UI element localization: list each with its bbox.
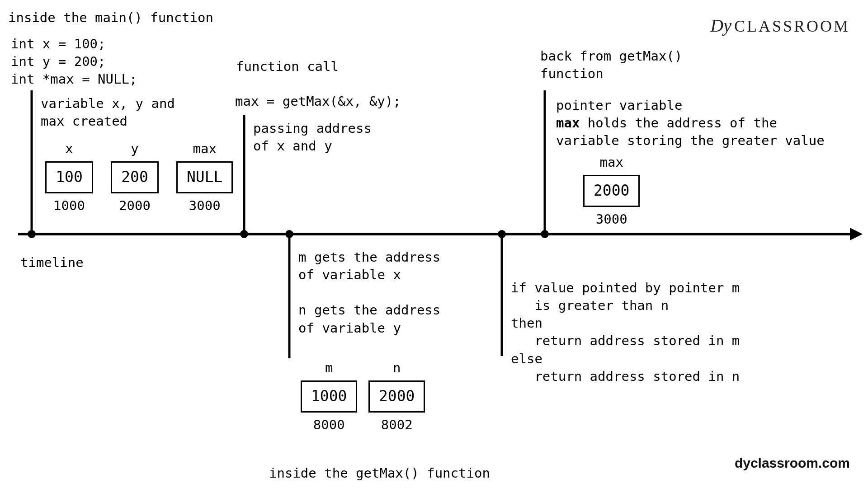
step3-desc-l2: max holds the address of the xyxy=(556,114,863,132)
branch-line-step2 xyxy=(243,115,245,234)
var-box-max-after: max 2000 3000 xyxy=(583,154,640,228)
var-addr: 3000 xyxy=(583,211,640,228)
brand-logo: DyCLASSROOM xyxy=(710,14,850,38)
var-name: n xyxy=(368,359,425,377)
heading-main: inside the main() function xyxy=(8,9,213,27)
logo-glyph: Dy xyxy=(710,15,731,36)
timeline-axis xyxy=(18,233,854,235)
footer-url: dyclassroom.com xyxy=(735,454,850,473)
code-line-2: int y = 200; xyxy=(11,53,106,70)
code-line-1: int x = 100; xyxy=(11,35,106,53)
var-addr: 8002 xyxy=(368,416,425,434)
arrowhead-icon xyxy=(850,228,863,240)
var-value: 1000 xyxy=(301,380,357,413)
heading-getmax: inside the getMax() function xyxy=(269,465,490,482)
step3-desc: pointer variable max holds the address o… xyxy=(556,97,863,150)
step3-desc-post1: holds the address of the xyxy=(580,115,777,131)
var-name: max xyxy=(176,140,233,158)
step2-call: max = getMax(&x, &y); xyxy=(235,93,401,110)
code-line-3: int *max = NULL; xyxy=(11,70,137,88)
var-value: 2000 xyxy=(583,175,640,207)
timeline-dot xyxy=(541,230,549,238)
var-name: x xyxy=(45,140,93,158)
var-name: m xyxy=(301,359,357,377)
var-addr: 3000 xyxy=(176,197,233,215)
branch-mn-desc: m gets the address of variable x n gets … xyxy=(298,249,440,337)
step3-desc-l3: variable storing the greater value xyxy=(556,132,863,150)
branch-line-step1 xyxy=(31,90,33,234)
step1-title: variable x, y and max created xyxy=(41,95,175,130)
timeline-dot xyxy=(28,230,36,238)
timeline-dot xyxy=(240,230,248,238)
branch-line-step3 xyxy=(544,90,546,234)
var-box-max: max NULL 3000 xyxy=(176,140,233,215)
var-name: y xyxy=(111,140,159,158)
var-value: 2000 xyxy=(368,380,425,413)
timeline-dot xyxy=(498,230,506,238)
var-box-y: y 200 2000 xyxy=(111,140,159,215)
var-addr: 2000 xyxy=(111,197,159,215)
branch-line-ifelse xyxy=(501,234,503,356)
var-value: 100 xyxy=(45,161,93,193)
step3-desc-l1: pointer variable xyxy=(556,97,863,114)
var-addr: 1000 xyxy=(45,197,93,215)
var-box-m: m 1000 8000 xyxy=(301,359,357,434)
var-addr: 8000 xyxy=(301,416,357,434)
step2-desc: passing address of x and y xyxy=(253,120,372,155)
timeline-dot xyxy=(285,230,293,238)
var-box-n: n 2000 8002 xyxy=(368,359,425,434)
step3-desc-bold: max xyxy=(556,115,580,131)
var-value: 200 xyxy=(111,161,159,193)
var-name: max xyxy=(583,154,640,171)
var-box-x: x 100 1000 xyxy=(45,140,93,215)
step2-title: function call xyxy=(236,58,339,75)
step3-title: back from getMax() function xyxy=(540,47,682,83)
logo-text: CLASSROOM xyxy=(734,17,850,35)
var-value: NULL xyxy=(176,161,233,193)
branch-line-mn xyxy=(288,234,291,358)
timeline-label: timeline xyxy=(20,254,84,272)
branch-ifelse-text: if value pointed by pointer m is greater… xyxy=(511,279,740,385)
